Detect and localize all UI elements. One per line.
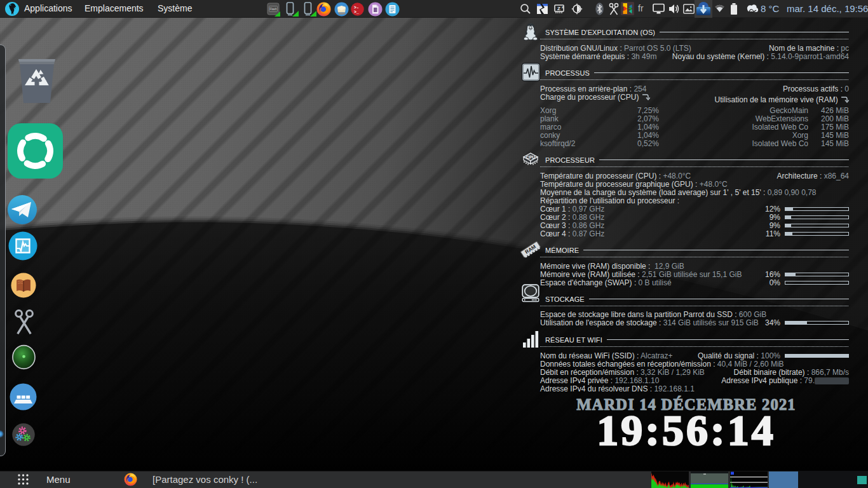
svg-text:>-: >-: [354, 6, 359, 10]
svg-text:Z: Z: [557, 6, 560, 11]
svg-text:>_: >_: [354, 10, 359, 15]
svg-text:CPU: CPU: [526, 155, 536, 159]
svg-text:z: z: [562, 5, 564, 9]
svg-text:Flash: Flash: [269, 8, 277, 11]
